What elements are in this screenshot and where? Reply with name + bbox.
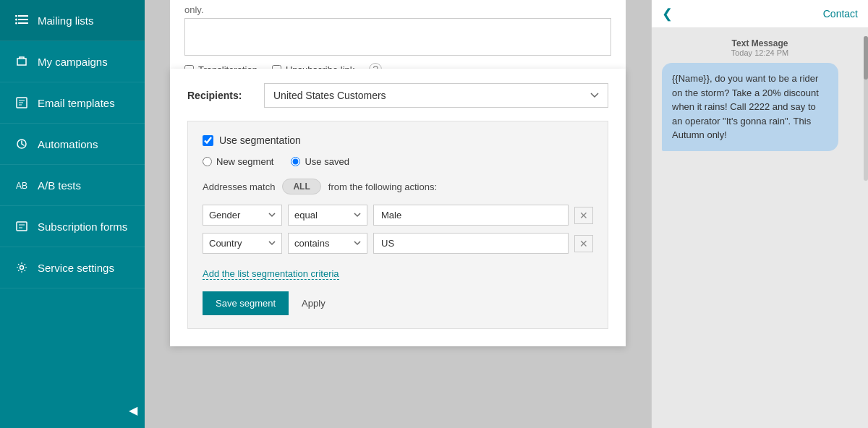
sidebar-label-mailing-lists: Mailing lists: [38, 14, 94, 27]
filter-field-0[interactable]: Gender Country Age: [203, 205, 282, 226]
sidebar-label-my-campaigns: My campaigns: [38, 56, 108, 68]
form-icon: [14, 219, 29, 234]
use-segmentation-label: Use segmentation: [219, 134, 301, 146]
sidebar-label-automations: Automations: [38, 138, 98, 150]
sidebar-item-email-templates[interactable]: Email templates: [0, 82, 145, 124]
filter-value-1[interactable]: [373, 233, 569, 254]
segmentation-section: Use segmentation New segment Use saved A…: [187, 121, 608, 329]
filter-operator-0[interactable]: equal contains not equal: [288, 205, 367, 226]
sidebar-label-subscription-forms: Subscription forms: [38, 221, 127, 233]
new-segment-option[interactable]: New segment: [203, 156, 273, 167]
toggle-all-button[interactable]: ALL: [282, 179, 320, 194]
sidebar-item-service-settings[interactable]: Service settings: [0, 247, 145, 288]
top-visible-section: only. Transliteration Unsubscribe link ?: [145, 0, 651, 71]
sidebar-collapse: ◀: [0, 393, 145, 428]
filter-row-0: Gender Country Age equal contains not eq…: [203, 205, 593, 226]
sidebar-item-automations[interactable]: Automations: [0, 124, 145, 165]
top-inner: only. Transliteration Unsubscribe link ?: [170, 0, 626, 71]
svg-text:AB: AB: [16, 181, 27, 191]
settings-icon: [14, 260, 29, 275]
right-panel: ❮ Contact Text Message Today 12:24 PM {{…: [651, 0, 868, 428]
match-suffix: from the following actions:: [328, 181, 437, 192]
filter-value-0[interactable]: [373, 205, 569, 226]
svg-rect-1: [18, 19, 28, 20]
sidebar-item-my-campaigns[interactable]: My campaigns: [0, 41, 145, 82]
new-segment-radio[interactable]: [203, 157, 212, 166]
svg-rect-9: [17, 222, 27, 231]
use-saved-option[interactable]: Use saved: [291, 156, 349, 167]
filter-row-1: Country Gender Age contains equal not eq…: [203, 233, 593, 254]
use-segmentation-checkbox[interactable]: [203, 135, 213, 146]
sidebar-label-ab-tests: A/B tests: [38, 179, 81, 192]
new-segment-label: New segment: [216, 156, 273, 167]
page-wrapper: Mailing lists My campaigns Email templat…: [0, 0, 868, 428]
match-row: Addresses match ALL from the following a…: [203, 179, 593, 194]
scrollbar-thumb[interactable]: [864, 36, 868, 80]
action-buttons: Save segment Apply: [203, 291, 593, 315]
message-meta: Text Message Today 12:24 PM: [662, 38, 858, 57]
message-type: Text Message: [662, 38, 858, 48]
contact-link[interactable]: Contact: [823, 8, 858, 20]
use-segmentation-row: Use segmentation: [203, 134, 593, 146]
back-arrow-button[interactable]: ❮: [662, 6, 673, 22]
remove-filter-0-button[interactable]: ✕: [574, 207, 593, 224]
add-criteria-link[interactable]: Add the list segmentation criteria: [203, 268, 339, 280]
right-panel-header: ❮ Contact: [652, 0, 868, 28]
chat-bubble: {{Name}}, do you want to be a rider on t…: [662, 63, 838, 151]
sidebar-label-service-settings: Service settings: [38, 262, 114, 274]
recipients-row: Recipients: United States Customers All …: [187, 83, 608, 108]
recipients-select[interactable]: United States Customers All subscribers …: [264, 83, 608, 108]
sidebar-label-email-templates: Email templates: [38, 97, 115, 109]
sidebar-item-mailing-lists[interactable]: Mailing lists: [0, 0, 145, 41]
filter-field-1[interactable]: Country Gender Age: [203, 233, 282, 254]
svg-rect-0: [18, 15, 28, 17]
svg-rect-2: [18, 22, 28, 24]
svg-point-10: [20, 266, 24, 270]
textarea-preview-text: only.: [184, 4, 611, 18]
svg-point-3: [15, 15, 17, 17]
remove-filter-1-button[interactable]: ✕: [574, 235, 593, 252]
modal-panel: Recipients: United States Customers All …: [170, 69, 626, 346]
sidebar: Mailing lists My campaigns Email templat…: [0, 0, 145, 428]
sidebar-item-subscription-forms[interactable]: Subscription forms: [0, 206, 145, 247]
segment-type-row: New segment Use saved: [203, 156, 593, 167]
filter-operator-1[interactable]: contains equal not equal: [288, 233, 367, 254]
save-segment-button[interactable]: Save segment: [203, 291, 289, 315]
campaign-icon: [14, 54, 29, 69]
template-icon: [14, 95, 29, 110]
ab-icon: AB: [14, 178, 29, 192]
scrollbar[interactable]: [864, 36, 868, 181]
message-time: Today 12:24 PM: [731, 48, 789, 57]
message-textarea[interactable]: [184, 18, 611, 56]
sidebar-item-ab-tests[interactable]: AB A/B tests: [0, 165, 145, 206]
svg-point-4: [15, 19, 17, 21]
message-bubble-area: Text Message Today 12:24 PM {{Name}}, do…: [652, 28, 868, 161]
center-section: only. Transliteration Unsubscribe link ?: [145, 0, 651, 428]
svg-point-5: [15, 22, 17, 25]
automation-icon: [14, 137, 29, 151]
apply-button[interactable]: Apply: [297, 291, 330, 315]
list-icon: [14, 13, 29, 27]
sidebar-collapse-button[interactable]: ◀: [129, 403, 137, 417]
use-saved-label: Use saved: [305, 156, 349, 167]
match-prefix: Addresses match: [203, 181, 275, 192]
recipients-label: Recipients:: [187, 90, 252, 101]
use-saved-radio[interactable]: [291, 157, 300, 166]
